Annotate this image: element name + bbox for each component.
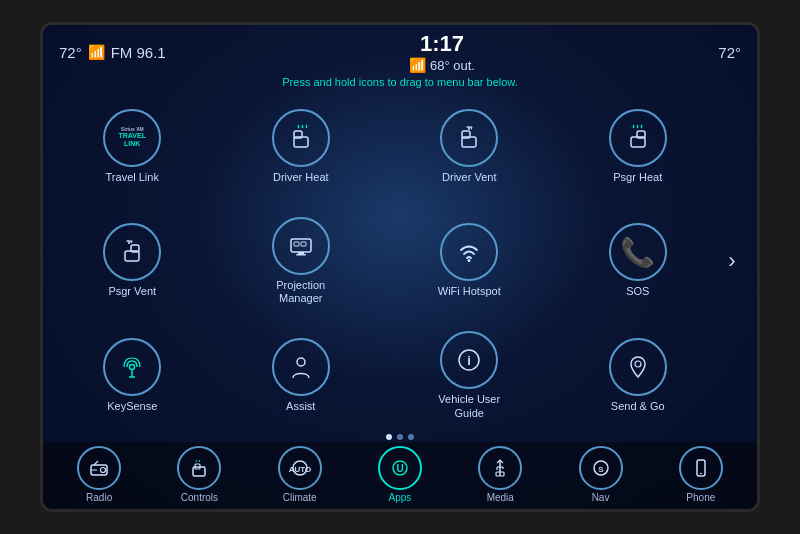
apps-grid: Sirius XM TRAVELLINK Travel Link (53, 94, 717, 428)
app-label-sos: SOS (626, 285, 649, 298)
nav-phone-circle (679, 446, 723, 490)
outside-temp: 68° out. (430, 58, 475, 73)
nav-label-media: Media (487, 492, 514, 503)
wifi-hotspot-icon-circle (440, 223, 498, 281)
radio-icon (88, 457, 110, 479)
app-label-projection-manager: ProjectionManager (276, 279, 325, 305)
svg-point-19 (297, 358, 305, 366)
app-label-psgr-heat: Psgr Heat (613, 171, 662, 184)
driver-vent-icon-circle (440, 109, 498, 167)
nav-label-radio: Radio (86, 492, 112, 503)
svg-text:S: S (598, 465, 604, 474)
app-label-driver-heat: Driver Heat (273, 171, 329, 184)
signal-icon: 📶 (88, 44, 105, 60)
app-label-travel-link: Travel Link (106, 171, 159, 184)
app-assist[interactable]: Assist (222, 323, 381, 428)
send-go-icon-circle (609, 338, 667, 396)
app-label-wifi-hotspot: WiFi Hotspot (438, 285, 501, 298)
app-sos[interactable]: 📞 SOS (559, 209, 718, 314)
svg-point-24 (101, 468, 106, 473)
app-wifi-hotspot[interactable]: WiFi Hotspot (390, 209, 549, 314)
header-left: 72° 📶 FM 96.1 (59, 44, 166, 61)
nav-label-climate: Climate (283, 492, 317, 503)
media-icon (489, 457, 511, 479)
nav-phone[interactable]: Phone (653, 446, 749, 503)
page-dots (43, 432, 757, 442)
nav-controls-circle (177, 446, 221, 490)
nav-label-nav: Nav (592, 492, 610, 503)
temp-left: 72° (59, 44, 82, 61)
svg-rect-11 (298, 252, 304, 254)
app-label-keysense: KeySense (107, 400, 157, 413)
nav-label-apps: Apps (389, 492, 412, 503)
app-driver-heat[interactable]: Driver Heat (222, 94, 381, 199)
header-center: 1:17 📶 68° out. (409, 31, 475, 73)
nav-label-controls: Controls (181, 492, 218, 503)
app-projection-manager[interactable]: ProjectionManager (222, 209, 381, 314)
radio-info: FM 96.1 (111, 44, 166, 61)
page-dot-3[interactable] (408, 434, 414, 440)
app-travel-link[interactable]: Sirius XM TRAVELLINK Travel Link (53, 94, 212, 199)
app-send-go[interactable]: Send & Go (559, 323, 718, 428)
travel-link-main-text: TRAVELLINK (119, 132, 146, 149)
nav-nav-circle: S (579, 446, 623, 490)
app-driver-vent[interactable]: Driver Vent (390, 94, 549, 199)
driver-heat-icon (286, 123, 316, 153)
psgr-vent-icon (117, 237, 147, 267)
main-screen: 72° 📶 FM 96.1 1:17 📶 68° out. 72° Press … (40, 22, 760, 512)
nav-nav[interactable]: S Nav (552, 446, 648, 503)
time-display: 1:17 (420, 31, 464, 57)
nav-apps[interactable]: U Apps (352, 446, 448, 503)
travel-link-inner: Sirius XM TRAVELLINK (119, 127, 146, 149)
svg-point-4 (468, 128, 470, 130)
app-label-send-go: Send & Go (611, 400, 665, 413)
main-area: Sirius XM TRAVELLINK Travel Link (43, 88, 757, 432)
app-label-driver-vent: Driver Vent (442, 171, 496, 184)
app-psgr-vent[interactable]: Psgr Vent (53, 209, 212, 314)
projection-manager-icon-circle (272, 217, 330, 275)
svg-point-16 (130, 365, 135, 370)
climate-icon: AUTO (289, 457, 311, 479)
svg-rect-13 (294, 242, 299, 246)
keysense-icon (117, 352, 147, 382)
temp-right: 72° (718, 44, 741, 61)
nav-radio-circle (77, 446, 121, 490)
keysense-icon-circle (103, 338, 161, 396)
svg-rect-12 (296, 254, 306, 256)
screen-content: 72° 📶 FM 96.1 1:17 📶 68° out. 72° Press … (43, 25, 757, 509)
nav-media[interactable]: Media (452, 446, 548, 503)
svg-text:AUTO: AUTO (289, 465, 311, 474)
nav-climate[interactable]: AUTO Climate (252, 446, 348, 503)
nav-climate-circle: AUTO (278, 446, 322, 490)
nav-controls[interactable]: Controls (151, 446, 247, 503)
vehicle-user-guide-icon-circle: i (440, 331, 498, 389)
app-psgr-heat[interactable]: Psgr Heat (559, 94, 718, 199)
chevron-right-button[interactable]: › (717, 248, 747, 274)
psgr-heat-icon-circle (609, 109, 667, 167)
driver-heat-icon-circle (272, 109, 330, 167)
page-dot-2[interactable] (397, 434, 403, 440)
psgr-heat-icon (623, 123, 653, 153)
controls-icon (188, 457, 210, 479)
svg-point-22 (635, 361, 641, 367)
radio-label: FM 96.1 (111, 44, 166, 61)
page-dot-1[interactable] (386, 434, 392, 440)
app-vehicle-user-guide[interactable]: i Vehicle UserGuide (390, 323, 549, 428)
nav-apps-circle: U (378, 446, 422, 490)
header: 72° 📶 FM 96.1 1:17 📶 68° out. 72° (43, 25, 757, 75)
nav-label-phone: Phone (686, 492, 715, 503)
svg-text:U: U (396, 463, 403, 474)
driver-vent-icon (454, 123, 484, 153)
app-label-assist: Assist (286, 400, 315, 413)
nav-radio[interactable]: Radio (51, 446, 147, 503)
sos-phone-icon: 📞 (620, 236, 655, 269)
projection-manager-icon (286, 231, 316, 261)
svg-point-9 (128, 242, 130, 244)
bottom-nav: Radio Controls (43, 442, 757, 509)
phone-nav-icon (690, 457, 712, 479)
app-keysense[interactable]: KeySense (53, 323, 212, 428)
vehicle-user-guide-icon: i (454, 345, 484, 375)
assist-icon (286, 352, 316, 382)
svg-rect-14 (301, 242, 306, 246)
travel-link-icon-circle: Sirius XM TRAVELLINK (103, 109, 161, 167)
